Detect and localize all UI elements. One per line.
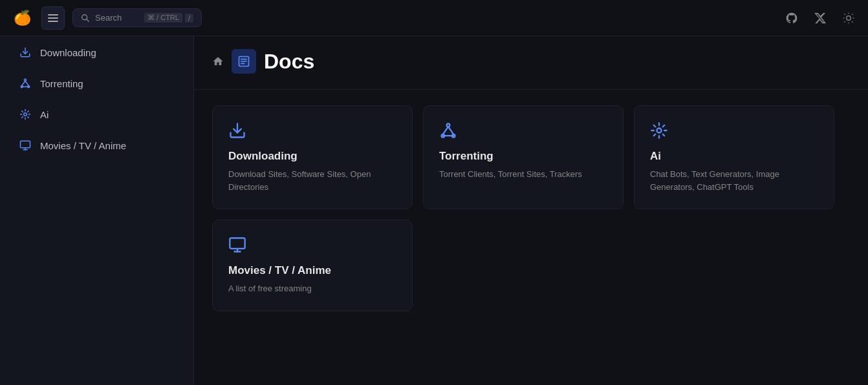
sidebar-item-torrenting[interactable]: Torrenting <box>5 68 188 98</box>
torrenting-icon <box>18 76 32 90</box>
sidebar-item-label: Downloading <box>40 47 96 58</box>
sidebar: Downloading Torrenting Ai <box>0 0 194 385</box>
svg-rect-2 <box>48 21 58 22</box>
card-description: Download Sites, Software Sites, Open Dir… <box>228 168 396 193</box>
svg-line-10 <box>845 14 845 14</box>
search-bar[interactable]: Search ⌘ / CTRL / <box>72 8 202 27</box>
svg-point-21 <box>24 113 27 116</box>
sidebar-item-movies-tv-anime[interactable]: Movies / TV / Anime <box>5 130 188 160</box>
page-title: Docs <box>264 50 314 74</box>
svg-rect-37 <box>230 238 244 249</box>
page-icon-box <box>232 49 256 74</box>
twitter-icon[interactable] <box>811 9 829 27</box>
card-description: A list of free streaming <box>228 282 396 295</box>
topbar-left: 🍊 Search ⌘ / CTRL / <box>10 6 202 30</box>
card-torrenting-icon <box>439 121 607 140</box>
breadcrumb-home[interactable] <box>212 56 224 67</box>
card-ai-icon <box>650 121 818 140</box>
card-ai[interactable]: Ai Chat Bots, Text Generators, Image Gen… <box>634 105 834 209</box>
card-movies-tv-anime[interactable]: Movies / TV / Anime A list of free strea… <box>212 220 413 311</box>
card-download-icon <box>228 121 396 140</box>
sidebar-item-label: Torrenting <box>40 78 83 89</box>
card-monitor-icon <box>228 236 396 254</box>
monitor-icon <box>18 138 32 152</box>
page-header: Docs <box>194 36 868 90</box>
card-torrenting[interactable]: Torrenting Torrent Clients, Torrent Site… <box>423 105 624 209</box>
svg-line-33 <box>443 127 448 134</box>
svg-line-34 <box>448 127 453 134</box>
sidebar-item-label: Movies / TV / Anime <box>40 140 126 151</box>
github-icon[interactable] <box>783 9 801 27</box>
card-downloading[interactable]: Downloading Download Sites, Software Sit… <box>212 105 413 209</box>
download-icon <box>18 45 32 59</box>
card-title: Movies / TV / Anime <box>228 264 396 277</box>
svg-rect-1 <box>48 17 58 19</box>
topbar-right <box>783 9 858 27</box>
docs-icon <box>237 55 250 68</box>
cards-grid: Downloading Download Sites, Software Sit… <box>194 90 868 327</box>
svg-line-4 <box>87 19 89 21</box>
logo: 🍊 <box>10 6 34 30</box>
sidebar-item-downloading[interactable]: Downloading <box>5 37 188 67</box>
svg-point-5 <box>847 16 851 20</box>
topbar: 🍊 Search ⌘ / CTRL / <box>0 0 868 36</box>
hamburger-icon <box>48 13 58 23</box>
sidebar-item-label: Ai <box>40 109 49 120</box>
svg-line-18 <box>22 81 25 86</box>
theme-toggle-icon[interactable] <box>840 9 858 27</box>
shortcut-key-1: ⌘ / CTRL <box>144 13 182 23</box>
search-placeholder-text: Search <box>95 13 139 23</box>
hamburger-button[interactable] <box>41 6 65 30</box>
home-icon <box>212 56 224 67</box>
search-shortcut: ⌘ / CTRL / <box>144 13 193 23</box>
card-description: Chat Bots, Text Generators, Image Genera… <box>650 168 818 193</box>
shortcut-key-2: / <box>185 14 193 23</box>
main-content: Docs Downloading Download Sites, Softwar… <box>194 0 868 385</box>
card-title: Ai <box>650 150 818 163</box>
svg-line-19 <box>25 81 28 86</box>
ai-icon <box>18 107 32 121</box>
search-icon <box>81 14 90 23</box>
svg-line-13 <box>852 14 852 14</box>
card-title: Torrenting <box>439 150 607 163</box>
svg-point-36 <box>657 129 662 133</box>
svg-rect-22 <box>21 141 30 148</box>
card-title: Downloading <box>228 150 396 163</box>
card-description: Torrent Clients, Torrent Sites, Trackers <box>439 168 607 181</box>
sidebar-item-ai[interactable]: Ai <box>5 99 188 129</box>
svg-rect-0 <box>48 14 58 16</box>
svg-line-11 <box>852 21 852 22</box>
svg-line-12 <box>845 21 845 22</box>
